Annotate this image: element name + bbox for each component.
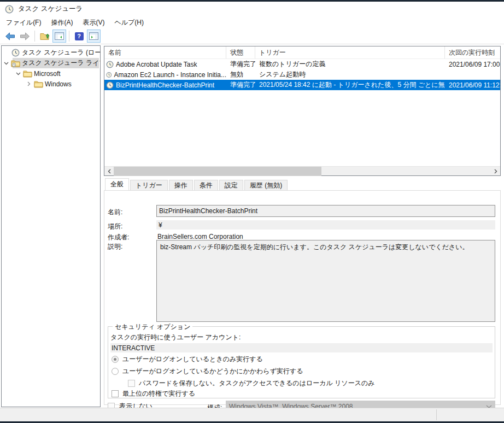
name-label: 名前: — [108, 208, 122, 217]
tab-conditions[interactable]: 条件 — [194, 180, 218, 190]
help-icon: ? — [75, 32, 84, 40]
task-clock-icon — [106, 71, 112, 79]
task-detail-panel: 全般 トリガー 操作 条件 設定 履歴 (無効) 名前: BizPrintHea… — [104, 179, 501, 405]
folder-up-icon — [40, 32, 50, 40]
scroll-right-button[interactable] — [491, 167, 500, 176]
task-list-header: 名前 状態 トリガー 次回の実行時刻 — [104, 46, 500, 59]
folder-icon — [33, 80, 43, 88]
tree-item-task-scheduler-library[interactable]: タスク スケジューラ ライブラリ — [2, 58, 100, 68]
checkbox-run-highest-privileges[interactable]: 最上位の特権で実行する — [112, 389, 195, 398]
task-name: Amazon Ec2 Launch - Instance Initia... — [114, 71, 226, 79]
scrollbar-thumb[interactable] — [114, 167, 321, 176]
console-tree-panel: タスク スケジューラ (ローカル) タスク スケジューラ ライブラリ Micro… — [1, 45, 101, 407]
tab-triggers[interactable]: トリガー — [130, 180, 168, 190]
column-header-next-run[interactable]: 次回の実行時刻 — [445, 46, 500, 58]
status-bar — [0, 408, 504, 421]
task-trigger: システム起動時 — [255, 69, 445, 80]
task-next-run: 2021/06/09 17:00: — [445, 59, 500, 69]
checkbox-icon[interactable] — [112, 390, 119, 397]
task-trigger: 複数のトリガーの定義 — [255, 59, 445, 69]
console-tree-icon — [55, 32, 64, 40]
chevron-down-icon[interactable] — [2, 62, 10, 65]
tree-item-label: タスク スケジューラ (ローカル) — [20, 48, 101, 57]
scrollbar-track[interactable] — [114, 167, 491, 176]
task-row-amazon[interactable]: Amazon Ec2 Launch - Instance Initia... 無… — [104, 69, 500, 80]
task-clock-icon — [106, 61, 114, 68]
radio-label: ユーザーがログオンしているかどうかにかかわらず実行する — [122, 367, 303, 376]
app-clock-icon — [5, 5, 14, 14]
tab-actions[interactable]: 操作 — [169, 180, 193, 190]
task-row-bizprint-selected[interactable]: BizPrintHealthChecker-BatchPrint 準備完了 20… — [104, 80, 500, 90]
checkbox-do-not-store-password[interactable]: パスワードを保存しない。タスクがアクセスできるのはローカル リソースのみ — [128, 379, 375, 388]
author-label: 作成者: — [108, 233, 129, 242]
task-list-panel: 名前 状態 トリガー 次回の実行時刻 Adobe Acrobat Update … — [104, 46, 501, 176]
window-title: タスク スケジューラ — [18, 4, 83, 14]
menu-view[interactable]: 表示(V) — [78, 16, 109, 29]
folder-icon — [22, 70, 32, 78]
name-input[interactable]: BizPrintHealthChecker-BatchPrint — [156, 205, 495, 217]
general-tab-content: 名前: BizPrintHealthChecker-BatchPrint 場所:… — [104, 190, 501, 405]
status-bar-divider — [436, 409, 437, 420]
column-header-trigger[interactable]: トリガー — [255, 46, 445, 58]
task-status: 無効 — [226, 69, 255, 80]
radio-label: ユーザーがログオンしているときのみ実行する — [122, 355, 263, 364]
task-clock-icon — [106, 81, 114, 89]
menu-action[interactable]: 操作(A) — [46, 16, 78, 29]
radio-run-when-logged-on[interactable]: ユーザーがログオンしているときのみ実行する — [112, 355, 263, 364]
tree-item-microsoft[interactable]: Microsoft — [2, 68, 100, 79]
help-button[interactable]: ? — [72, 30, 86, 43]
chevron-down-icon[interactable] — [14, 72, 22, 75]
back-button[interactable] — [3, 30, 17, 43]
forward-button[interactable] — [18, 30, 32, 43]
scroll-left-button[interactable] — [104, 167, 114, 176]
task-name: Adobe Acrobat Update Task — [116, 61, 197, 68]
radio-button-icon[interactable] — [112, 368, 119, 375]
security-options-group: セキュリティ オプション タスクの実行時に使うユーザー アカウント: INTER… — [108, 326, 495, 398]
description-label: 説明: — [108, 242, 122, 251]
task-row-adobe[interactable]: Adobe Acrobat Update Task 準備完了 複数のトリガーの定… — [104, 59, 500, 69]
tree-item-windows[interactable]: Windows — [2, 79, 100, 89]
tree-item-label: Windows — [43, 80, 72, 88]
toolbar-separator — [34, 31, 35, 42]
description-textarea[interactable]: biz-Stream バッチ印刷の監視を定期的に行います。このタスク スケジュー… — [156, 240, 495, 322]
task-status: 準備完了 — [226, 80, 255, 90]
checkbox-label: パスワードを保存しない。タスクがアクセスできるのはローカル リソースのみ — [139, 379, 375, 388]
security-options-title: セキュリティ オプション — [113, 322, 192, 332]
task-status: 準備完了 — [226, 59, 255, 69]
task-name: BizPrintHealthChecker-BatchPrint — [116, 81, 214, 89]
menu-file[interactable]: ファイル(F) — [1, 16, 46, 29]
tab-history[interactable]: 履歴 (無効) — [244, 180, 288, 190]
tree-item-task-scheduler-local[interactable]: タスク スケジューラ (ローカル) — [2, 48, 100, 58]
library-folder-icon — [10, 60, 20, 67]
console-tree-toggle-button[interactable] — [52, 30, 66, 43]
title-bar: タスク スケジューラ — [0, 2, 504, 16]
checkbox-icon[interactable] — [128, 380, 135, 387]
forward-arrow-icon — [20, 32, 30, 40]
horizontal-scrollbar[interactable] — [104, 166, 500, 175]
location-label: 場所: — [108, 222, 122, 231]
detail-tabs: 全般 トリガー 操作 条件 設定 履歴 (無効) — [104, 179, 501, 190]
up-level-button[interactable] — [38, 30, 51, 43]
column-header-status[interactable]: 状態 — [226, 46, 255, 58]
tab-settings[interactable]: 設定 — [219, 180, 243, 190]
task-scheduler-icon — [10, 49, 20, 57]
chevron-right-icon[interactable] — [25, 81, 33, 86]
toolbar: ? — [0, 28, 504, 44]
tree-item-label: Microsoft — [32, 70, 61, 78]
account-label: タスクの実行時に使うユーザー アカウント: — [110, 333, 241, 342]
toolbar-separator — [69, 31, 69, 42]
task-scheduler-window: タスク スケジューラ ファイル(F) 操作(A) 表示(V) ヘルプ(H) ? — [0, 0, 504, 423]
account-value: INTERACTIVE — [110, 343, 493, 352]
location-value: ¥ — [156, 220, 495, 230]
radio-run-regardless[interactable]: ユーザーがログオンしているかどうかにかかわらず実行する — [112, 367, 303, 376]
tab-general[interactable]: 全般 — [105, 178, 129, 190]
column-header-name[interactable]: 名前 — [104, 46, 226, 58]
task-next-run: 2021/06/09 11:12: — [445, 80, 500, 90]
task-next-run — [445, 69, 500, 80]
back-arrow-icon — [5, 32, 15, 40]
radio-button-icon[interactable] — [112, 356, 119, 363]
menu-help[interactable]: ヘルプ(H) — [109, 16, 149, 29]
action-pane-toggle-button[interactable] — [87, 30, 101, 43]
task-list-empty-area — [104, 90, 500, 166]
action-pane-icon — [89, 32, 98, 40]
